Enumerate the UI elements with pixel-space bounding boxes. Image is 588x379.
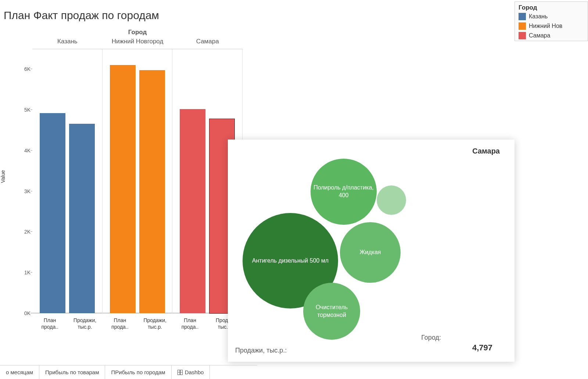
y-tick: 3K [16, 188, 31, 194]
bubble-label: Полироль д/пластика, 400 [311, 184, 377, 199]
legend-swatch-icon [519, 13, 526, 20]
legend: Город Казань Нижний Нов Самара [514, 1, 588, 41]
sheet-tabs: о месяцам Прибыль по товарам ПРибыль по … [0, 365, 257, 379]
tab-label: ПРибыль по городам [111, 369, 165, 375]
bar-fact[interactable] [69, 124, 95, 313]
y-tick: 0K [16, 310, 31, 316]
bar-fact[interactable] [139, 70, 165, 313]
plot-area: 0K 1K 2K 3K 4K 5K 6K [32, 49, 243, 313]
tooltip-footer: Продажи, тыс.р.: Город: 4,797 [235, 347, 507, 354]
column-dimension-header: Город [32, 29, 243, 36]
x-label: План прода.. [32, 315, 67, 332]
tab-label: Dashbo [185, 369, 204, 375]
panel-nizhny [103, 49, 173, 313]
y-tick: 2K [16, 229, 31, 235]
panel-kazan [32, 49, 103, 313]
legend-item[interactable]: Казань [515, 12, 588, 22]
y-tick: 5K [16, 107, 31, 113]
city-header: Нижний Новгород [103, 38, 173, 45]
bubble-label: Антигель дизельный 500 мл [252, 257, 329, 265]
y-axis-label: Value [0, 170, 6, 183]
sheet-tab[interactable]: Dashbo [172, 365, 210, 379]
bubble[interactable]: Полироль д/пластика, 400 [311, 159, 377, 225]
legend-item[interactable]: Самара [515, 31, 588, 41]
x-label: План прода.. [172, 315, 207, 332]
legend-title: Город [515, 2, 588, 12]
legend-label: Самара [529, 32, 550, 39]
legend-item[interactable]: Нижний Нов [515, 22, 588, 31]
legend-swatch-icon [519, 32, 526, 39]
sheet-tab[interactable]: ПРибыль по городам [105, 365, 171, 379]
bar-chart: Город Казань Нижний Новгород Самара Valu… [4, 29, 243, 341]
legend-swatch-icon [519, 22, 526, 30]
city-header: Казань [32, 38, 103, 45]
tooltip-city-label: Город: [421, 334, 441, 342]
x-label: Продажи, тыс.р. [137, 315, 172, 332]
tab-label: Прибыль по товарам [45, 369, 99, 375]
y-tick: 1K [16, 270, 31, 275]
y-tick: 6K [16, 66, 31, 72]
bubble-chart: Антигель дизельный 500 мл Полироль д/пла… [239, 154, 452, 338]
x-label: Продажи, тыс.р. [67, 315, 102, 332]
y-tick: 4K [16, 148, 31, 154]
sheet-tab[interactable]: о месяцам [0, 365, 39, 379]
x-axis-labels: План прода.. Продажи, тыс.р. План прода.… [32, 315, 243, 332]
dashboard-icon [178, 370, 183, 375]
bar-plan[interactable] [40, 113, 65, 313]
tooltip-panel: Самара Антигель дизельный 500 мл Полирол… [228, 140, 514, 362]
bar-plan[interactable] [180, 109, 205, 313]
bubble[interactable]: Жидкая [340, 222, 401, 283]
bubble-label: Жидкая [360, 249, 381, 256]
tab-label: о месяцам [6, 369, 33, 375]
tooltip-value: 4,797 [472, 343, 492, 353]
page-title: План Факт продаж по городам [0, 0, 588, 25]
bubble-label: Очиститель тормозной [303, 304, 360, 319]
x-label: План прода.. [103, 315, 137, 332]
legend-label: Нижний Нов [529, 23, 562, 29]
bar-plan[interactable] [110, 65, 136, 313]
bubble[interactable]: Очиститель тормозной [303, 283, 360, 340]
city-header: Самара [172, 38, 243, 45]
tooltip-measure-label: Продажи, тыс.р.: [235, 347, 287, 354]
tooltip-city-heading: Самара [472, 147, 500, 155]
city-header-row: Казань Нижний Новгород Самара [32, 38, 243, 45]
legend-label: Казань [529, 13, 548, 20]
bubble[interactable] [377, 185, 406, 215]
sheet-tab[interactable]: Прибыль по товарам [39, 365, 105, 379]
